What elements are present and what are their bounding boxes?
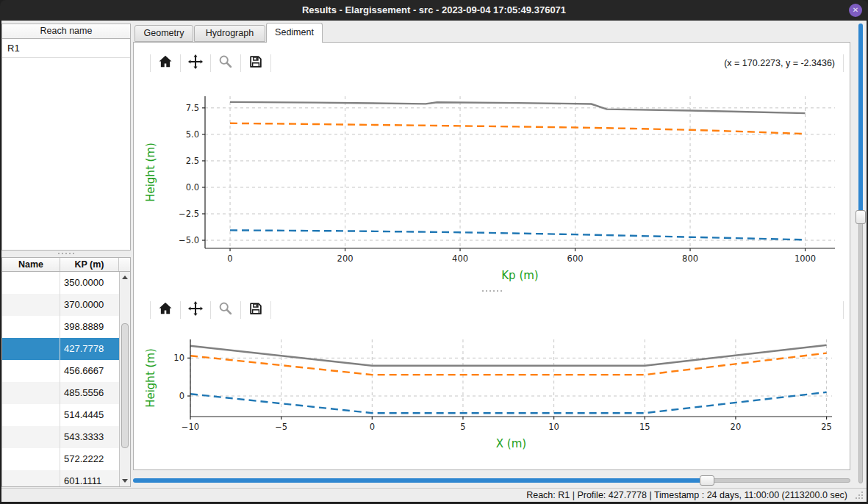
svg-text:200: 200 <box>337 253 354 264</box>
name-cell[interactable] <box>2 426 60 448</box>
titlebar[interactable]: Results - Elargissement - src - 2023-09-… <box>0 0 868 21</box>
toolbar-pan-button[interactable] <box>182 299 209 321</box>
vertical-slider-filled-track[interactable] <box>858 24 863 217</box>
kp-cell[interactable]: 427.7778 <box>60 338 119 360</box>
table-row[interactable]: 370.0000 <box>2 294 119 316</box>
timestamp-slider[interactable] <box>133 475 850 486</box>
status-text: Reach: R1 | Profile: 427.7778 | Timestam… <box>526 489 847 502</box>
kp-cell[interactable]: 398.8889 <box>60 316 119 338</box>
y-axis-label: Height (m) <box>144 143 157 202</box>
svg-text:−2.5: −2.5 <box>179 209 199 219</box>
reach-list-item[interactable]: R1 <box>2 39 130 58</box>
kp-cell[interactable]: 370.0000 <box>60 294 119 316</box>
svg-text:25: 25 <box>821 422 832 432</box>
svg-text:7.5: 7.5 <box>186 103 199 113</box>
table-row[interactable]: 350.0000 <box>2 272 119 294</box>
table-row[interactable]: 456.6667 <box>2 360 119 382</box>
name-cell[interactable] <box>2 272 60 294</box>
home-icon <box>157 54 173 73</box>
tab-geometry[interactable]: Geometry <box>134 25 193 42</box>
y-axis-label: Height (m) <box>144 348 157 408</box>
svg-text:0: 0 <box>370 422 375 432</box>
table-row[interactable]: 601.1111 <box>2 470 119 486</box>
profile-table-body: 350.0000370.0000398.8889427.7778456.6667… <box>2 272 119 486</box>
table-scrollbar[interactable] <box>119 272 130 486</box>
kp-cell[interactable]: 350.0000 <box>60 272 119 294</box>
table-row[interactable]: 514.4445 <box>2 404 119 426</box>
sediment-tab-panel: (x = 170.2273, y = -2.3436) 020040060080… <box>133 42 850 470</box>
close-icon: ✕ <box>853 6 858 14</box>
reach-name-header: Reach name <box>1 24 131 39</box>
column-header-name[interactable]: Name <box>2 258 60 271</box>
timestamp-slider-filled-track[interactable] <box>133 478 707 483</box>
svg-text:5: 5 <box>460 422 465 432</box>
toolbar-pan-button[interactable] <box>182 52 209 74</box>
name-cell[interactable] <box>2 404 60 426</box>
scroll-up-icon[interactable] <box>120 273 130 282</box>
chart-splitter-handle[interactable] <box>134 288 850 294</box>
zoom-icon <box>218 300 234 320</box>
kp-cell[interactable]: 456.6667 <box>60 360 119 382</box>
tab-sediment[interactable]: Sediment <box>266 23 323 43</box>
vertical-slider-empty-track[interactable] <box>858 217 863 483</box>
name-cell[interactable] <box>2 382 60 404</box>
vertical-slider[interactable] <box>851 22 867 486</box>
timestamp-slider-empty-track[interactable] <box>707 478 850 483</box>
table-scrollbar-thumb[interactable] <box>121 323 129 448</box>
profile-table-header: Name KP (m) <box>2 258 130 272</box>
toolbar-zoom-button[interactable] <box>212 52 239 74</box>
svg-text:20: 20 <box>731 422 742 432</box>
svg-text:−10: −10 <box>182 422 199 432</box>
cross-section-chart[interactable]: −10−50510152025100X (m)Height (m) <box>134 325 851 467</box>
kp-cell[interactable]: 543.3333 <box>60 426 119 448</box>
kp-cell[interactable]: 601.1111 <box>60 470 119 486</box>
svg-text:1000: 1000 <box>795 253 816 264</box>
cursor-coordinates: (x = 170.2273, y = -2.3436) <box>724 51 835 75</box>
name-cell[interactable] <box>2 360 60 382</box>
scroll-down-icon[interactable] <box>120 476 130 486</box>
name-cell[interactable] <box>2 338 60 360</box>
kp-cell[interactable]: 514.4445 <box>60 404 119 426</box>
table-row[interactable]: 398.8889 <box>2 316 119 338</box>
reach-list[interactable]: R1 <box>1 38 131 251</box>
column-header-kp[interactable]: KP (m) <box>60 258 119 271</box>
toolbar-save-button[interactable] <box>243 52 269 74</box>
table-row[interactable]: 572.2222 <box>2 448 119 470</box>
table-row[interactable]: 427.7778 <box>2 338 119 360</box>
svg-text:−5.0: −5.0 <box>179 235 199 245</box>
toolbar-zoom-button[interactable] <box>212 299 239 321</box>
pan-icon <box>187 300 204 320</box>
svg-text:0: 0 <box>227 253 232 264</box>
toolbar-home-button[interactable] <box>152 299 179 321</box>
vertical-slider-handle[interactable] <box>856 210 866 224</box>
close-button[interactable]: ✕ <box>849 4 862 17</box>
svg-text:800: 800 <box>682 253 698 264</box>
resize-grip-icon[interactable] <box>855 491 864 500</box>
toolbar-home-button[interactable] <box>152 52 179 74</box>
pan-icon <box>187 54 204 73</box>
longitudinal-profile-chart[interactable]: 020040060080010007.55.02.50.0−2.5−5.0Kp … <box>134 81 851 292</box>
zoom-icon <box>218 54 234 73</box>
series-lower-sediment-layer <box>230 230 806 240</box>
x-axis-label: X (m) <box>496 437 526 450</box>
svg-text:0: 0 <box>179 391 184 401</box>
panel-splitter-handle[interactable] <box>1 251 131 256</box>
app-window: Results - Elargissement - src - 2023-09-… <box>0 0 868 504</box>
timestamp-slider-handle[interactable] <box>700 475 714 486</box>
name-cell[interactable] <box>2 470 60 486</box>
table-row[interactable]: 543.3333 <box>2 426 119 448</box>
save-icon <box>248 54 264 73</box>
svg-text:400: 400 <box>452 253 468 264</box>
series-bank-level <box>190 345 827 366</box>
table-row[interactable]: 485.5556 <box>2 382 119 404</box>
tab-hydrograph[interactable]: Hydrograph <box>194 25 265 42</box>
svg-text:−5: −5 <box>275 422 287 432</box>
toolbar-save-button[interactable] <box>243 299 269 321</box>
kp-cell[interactable]: 485.5556 <box>60 382 119 404</box>
name-cell[interactable] <box>2 316 60 338</box>
name-cell[interactable] <box>2 294 60 316</box>
kp-cell[interactable]: 572.2222 <box>60 448 119 470</box>
name-cell[interactable] <box>2 448 60 470</box>
home-icon <box>157 300 173 320</box>
series-upper-sediment-layer <box>230 123 806 134</box>
